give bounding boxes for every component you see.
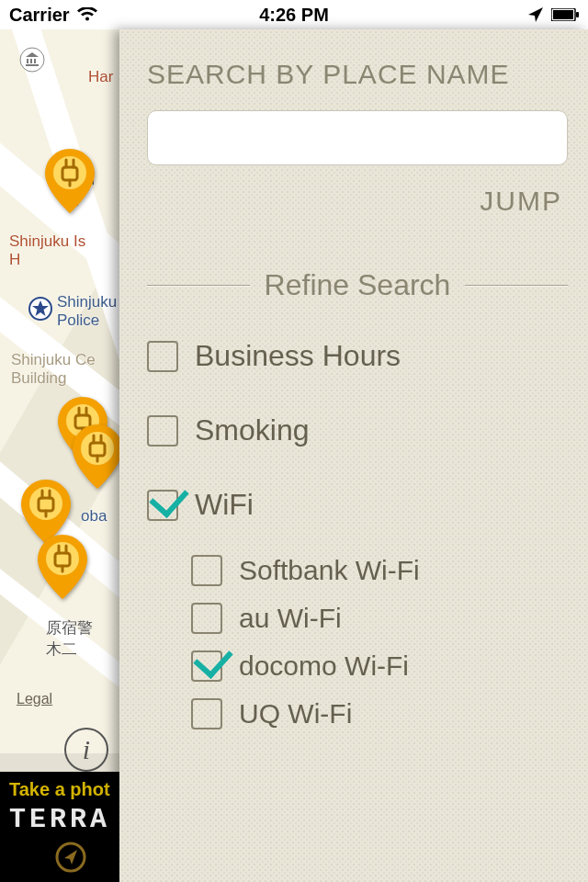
search-title: SEARCH BY PLACE NAME	[147, 59, 568, 90]
wifi-sub-group: Softbank Wi-Fiau Wi-Fidocomo Wi-FiUQ Wi-…	[147, 555, 568, 729]
refine-search-label: Refine Search	[265, 268, 451, 302]
filter-label: au Wi-Fi	[239, 603, 342, 634]
status-bar: Carrier 4:26 PM	[0, 0, 588, 29]
map-legal-link[interactable]: Legal	[17, 691, 52, 707]
divider-line	[147, 285, 250, 286]
map-label-har: Har	[88, 68, 113, 86]
map-label-shinjuku-hotel: Shinjuku Is H	[9, 232, 85, 269]
refine-search-header: Refine Search	[147, 268, 568, 302]
filter-label: WiFi	[195, 488, 254, 522]
filter-label: Business Hours	[195, 339, 401, 373]
map-pin-plug-icon[interactable]	[72, 424, 119, 476]
map-background[interactable]: Har 新宿 宿 Shinjuku Is H Shinjuku Police S…	[0, 29, 119, 882]
map-pin-plug-icon[interactable]	[20, 480, 72, 531]
battery-icon	[551, 8, 579, 21]
checkbox-icon[interactable]	[191, 603, 222, 634]
svg-rect-17	[90, 443, 105, 456]
checkbox-icon[interactable]	[191, 698, 222, 729]
filter-row-smoking[interactable]: Smoking	[147, 413, 568, 447]
svg-rect-2	[576, 12, 579, 17]
checkbox-icon[interactable]	[191, 555, 222, 586]
status-left: Carrier	[9, 5, 97, 26]
jump-button[interactable]: JUMP	[480, 186, 562, 217]
map-label-harajuku-jp: 原宿警 木二	[46, 617, 93, 660]
filter-row-au-wi-fi[interactable]: au Wi-Fi	[191, 603, 568, 634]
police-icon	[28, 296, 53, 325]
svg-rect-7	[62, 167, 77, 180]
info-button[interactable]: i	[64, 728, 108, 772]
carrier-label: Carrier	[9, 5, 70, 26]
divider-line	[465, 285, 568, 286]
filter-label: Softbank Wi-Fi	[239, 555, 420, 586]
filter-label: Smoking	[195, 413, 310, 447]
map-pin-plug-icon[interactable]	[44, 149, 96, 200]
svg-rect-22	[39, 498, 53, 511]
filter-row-uq-wi-fi[interactable]: UQ Wi-Fi	[191, 698, 568, 729]
location-icon	[527, 6, 544, 23]
filter-label: docomo Wi-Fi	[239, 650, 409, 682]
svg-rect-1	[553, 10, 573, 19]
checkbox-icon[interactable]	[147, 415, 178, 447]
ad-headline: Take a phot	[9, 779, 110, 800]
ad-banner[interactable]: Take a phot TERRA	[0, 772, 119, 882]
map-label-shinjuku-police: Shinjuku Police	[57, 293, 117, 330]
checkbox-icon[interactable]	[147, 341, 178, 372]
location-circle-icon	[55, 842, 86, 876]
filter-row-docomo-wi-fi[interactable]: docomo Wi-Fi	[191, 650, 568, 682]
svg-rect-27	[55, 553, 70, 566]
info-icon: i	[83, 734, 90, 765]
wifi-icon	[77, 7, 97, 22]
filter-row-softbank-wi-fi[interactable]: Softbank Wi-Fi	[191, 555, 568, 586]
status-right	[527, 6, 579, 23]
map-pin-plug-icon[interactable]	[37, 535, 88, 586]
map-label-oba: oba	[81, 507, 107, 526]
government-building-icon	[18, 46, 46, 77]
map-label-shinjuku-ctr: Shinjuku Ce Building	[11, 351, 96, 388]
filter-label: UQ Wi-Fi	[239, 698, 352, 729]
checkbox-checked-icon[interactable]	[147, 490, 178, 521]
search-panel: SEARCH BY PLACE NAME JUMP Refine Search …	[119, 29, 588, 882]
checkbox-checked-icon[interactable]	[191, 650, 222, 682]
filter-row-wifi[interactable]: WiFi	[147, 488, 568, 522]
ad-brand: TERRA	[9, 804, 110, 835]
filter-row-business-hours[interactable]: Business Hours	[147, 339, 568, 373]
search-input[interactable]	[147, 110, 568, 165]
